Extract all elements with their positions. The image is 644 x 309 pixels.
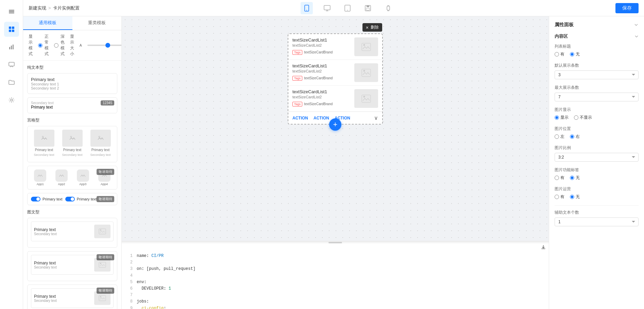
- card-tag-3: Tags: [292, 102, 302, 107]
- app-icon-3: [77, 169, 89, 182]
- template-list: 纯文本型 Primary text Secondary text 1 Secon…: [23, 61, 121, 309]
- tab-heavy[interactable]: 重类模板: [72, 16, 122, 30]
- prop-image-function-tag: 图片功能标签 有 无: [555, 167, 639, 181]
- list-header-radio-no-input[interactable]: [570, 52, 574, 56]
- image-display-hide-radio[interactable]: 不显示: [574, 115, 592, 120]
- grid-card-apps[interactable]: 敬请期待 App1 App2: [27, 166, 117, 190]
- download-icon[interactable]: [541, 245, 546, 251]
- card-delete-bar[interactable]: × 删除: [362, 23, 382, 32]
- sidebar-item-analytics[interactable]: [4, 39, 19, 54]
- svg-rect-2: [9, 13, 14, 13]
- list-header-radio-no[interactable]: 无: [570, 51, 580, 57]
- add-card-button[interactable]: +: [329, 118, 341, 131]
- template-controls: 显示模式 正常模式 深色模式 显示大小 A A 文字大小 A A: [23, 30, 121, 61]
- secondary-text-1b: Secondary text 2: [31, 86, 114, 90]
- image-op-no-input[interactable]: [570, 195, 574, 199]
- tag-label-2: Tags: [294, 77, 301, 80]
- secondary-text-1a: Secondary text 1: [31, 82, 114, 86]
- card-action-2[interactable]: ACTION: [313, 116, 329, 120]
- code-header: [122, 243, 549, 253]
- image-op-yes-radio[interactable]: 有: [555, 194, 564, 200]
- list-header-radio-yes[interactable]: 有: [555, 51, 564, 57]
- switch-card[interactable]: 敬请期待 Primary text Primary text: [27, 193, 117, 205]
- left-panel: 通用模板 重类模板 显示模式 正常模式 深色模式 显示大小 A A 文字大小: [23, 16, 122, 309]
- card-image-2: [354, 63, 378, 82]
- dark-mode-input[interactable]: [54, 43, 58, 48]
- image-display-hide-input[interactable]: [574, 115, 578, 120]
- img-text-info-1: Primary text Secondary text: [34, 227, 91, 236]
- list-header-no-label: 无: [576, 51, 580, 57]
- image-display-show-radio[interactable]: 显示: [555, 115, 569, 120]
- svg-point-33: [363, 70, 365, 71]
- image-op-yes-input[interactable]: [555, 195, 559, 199]
- card-action-1[interactable]: ACTION: [292, 116, 308, 120]
- list-header-radio-yes-input[interactable]: [555, 52, 559, 56]
- img-thumb-1: [94, 225, 111, 238]
- image-position-left-input[interactable]: [555, 134, 559, 139]
- img-text-card-1[interactable]: Primary text Secondary text: [27, 218, 117, 248]
- line-content-9: ci-config:: [137, 305, 543, 309]
- svg-rect-3: [9, 27, 11, 29]
- prop-max-rows-select[interactable]: 7 5 10: [555, 93, 639, 101]
- main-content: 新建实现 > 卡片实例配置: [23, 0, 644, 309]
- prop-max-rows: 最大展示条数 7 5 10: [555, 85, 639, 101]
- content-section-collapse-icon[interactable]: [634, 34, 639, 38]
- breadcrumb: 新建实现 > 卡片实例配置: [29, 5, 80, 11]
- image-position-right-label: 右: [576, 134, 580, 140]
- image-position-left-radio[interactable]: 左: [555, 134, 564, 140]
- sidebar-item-card[interactable]: [4, 22, 19, 37]
- switch-label-1: Primary text: [43, 197, 63, 201]
- device-tablet-icon[interactable]: [341, 2, 354, 14]
- device-phone-icon[interactable]: [301, 2, 313, 14]
- image-position-right-input[interactable]: [570, 134, 574, 139]
- card-expand-icon[interactable]: ∨: [374, 115, 378, 121]
- display-size-slider[interactable]: [87, 45, 122, 46]
- sidebar-item-settings[interactable]: [4, 93, 19, 108]
- sidebar-item-menu[interactable]: [4, 4, 19, 19]
- image-func-tag-no-radio[interactable]: 无: [570, 175, 580, 181]
- prop-image-position: 图片位置 左 右: [555, 126, 639, 140]
- image-display-show-label: 显示: [560, 115, 569, 120]
- badge-overlay-img2: 敬请期待: [97, 288, 114, 294]
- breadcrumb-separator: >: [48, 5, 51, 11]
- svg-rect-6: [12, 30, 14, 32]
- right-panel-collapse-icon[interactable]: [634, 22, 639, 27]
- image-func-tag-yes-radio[interactable]: 有: [555, 175, 564, 181]
- save-button[interactable]: 保存: [615, 3, 639, 13]
- dark-mode-radio[interactable]: 深色模式: [54, 34, 65, 57]
- pure-text-card-2[interactable]: Secondary text Primary text 12345: [27, 97, 117, 113]
- prop-image-position-radios: 左 右: [555, 134, 639, 140]
- device-monitor-icon[interactable]: [321, 2, 333, 14]
- switch-item-2: Primary text: [65, 197, 97, 201]
- prop-default-rows-select[interactable]: 3 5 7: [555, 70, 639, 79]
- panel-tabs: 通用模板 重类模板: [23, 16, 121, 30]
- img-text-card-2[interactable]: 敬请期待 Primary text Secondary text: [27, 251, 117, 281]
- device-watch-icon[interactable]: [382, 2, 394, 14]
- card-widget[interactable]: × 删除 textSizeCardList1 textSizeCardList2…: [288, 33, 383, 125]
- normal-mode-input[interactable]: [38, 43, 43, 48]
- canvas-bg[interactable]: × 删除 textSizeCardList1 textSizeCardList2…: [122, 16, 549, 241]
- line-content-5: env:: [137, 279, 543, 286]
- svg-rect-0: [9, 10, 14, 11]
- svg-rect-20: [387, 6, 390, 10]
- delete-close-icon[interactable]: ×: [366, 25, 369, 30]
- device-floppy-icon[interactable]: [362, 2, 374, 14]
- prop-image-operation: 图片运营 有 无: [555, 186, 639, 200]
- image-func-tag-no-input[interactable]: [570, 176, 574, 180]
- sidebar-item-folder[interactable]: [4, 75, 19, 90]
- breadcrumb-home[interactable]: 新建实现: [29, 5, 46, 11]
- prop-aux-text-count-select[interactable]: 1 2 3: [555, 217, 639, 226]
- image-position-right-radio[interactable]: 右: [570, 134, 580, 140]
- grid-card-1[interactable]: Primary text Secondary text Primary text…: [27, 126, 117, 162]
- prop-image-operation-label: 图片运营: [555, 186, 639, 192]
- image-op-no-radio[interactable]: 无: [570, 194, 580, 200]
- tab-general[interactable]: 通用模板: [23, 16, 72, 30]
- prop-image-ratio-select[interactable]: 3:2 4:3 1:1 16:9: [555, 153, 639, 162]
- image-op-yes-label: 有: [560, 194, 564, 200]
- image-display-show-input[interactable]: [555, 115, 559, 120]
- img-text-card-3[interactable]: 敬请期待 Primary text Secondary text: [27, 284, 117, 309]
- image-func-tag-yes-input[interactable]: [555, 176, 559, 180]
- normal-mode-radio[interactable]: 正常模式: [38, 34, 49, 57]
- sidebar-item-chat[interactable]: [4, 57, 19, 72]
- pure-text-card-1[interactable]: Primary text Secondary text 1 Secondary …: [27, 73, 117, 94]
